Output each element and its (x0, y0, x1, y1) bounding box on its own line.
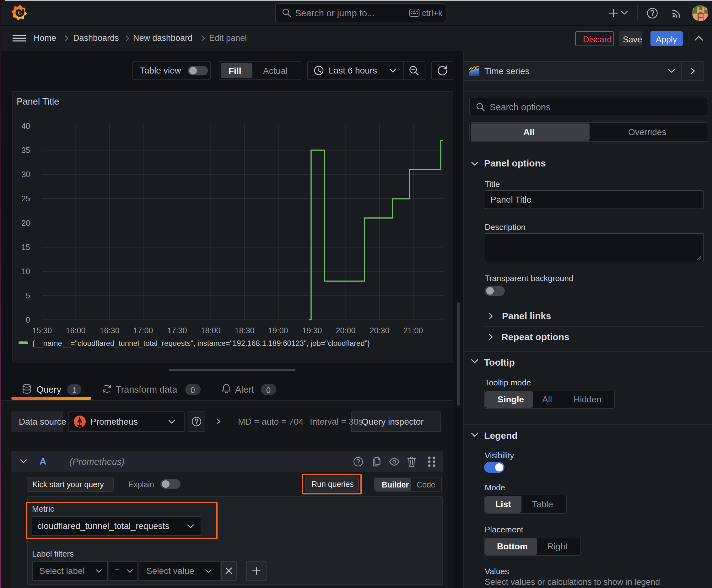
svg-text:16:30: 16:30 (100, 326, 120, 335)
svg-text:35: 35 (21, 146, 30, 154)
svg-text:40: 40 (21, 122, 30, 130)
svg-text:20:30: 20:30 (370, 326, 390, 335)
svg-text:15: 15 (21, 243, 30, 252)
svg-text:10: 10 (21, 267, 30, 276)
svg-text:20: 20 (21, 218, 30, 227)
svg-text:20:00: 20:00 (336, 326, 356, 335)
svg-text:25: 25 (21, 194, 30, 203)
svg-text:18:00: 18:00 (201, 326, 221, 335)
svg-text:15:30: 15:30 (33, 326, 52, 335)
svg-text:17:00: 17:00 (133, 326, 153, 335)
svg-text:30: 30 (21, 170, 30, 179)
svg-text:19:30: 19:30 (302, 326, 322, 335)
svg-text:21:00: 21:00 (404, 326, 423, 335)
svg-text:16:00: 16:00 (66, 326, 86, 335)
svg-text:19:00: 19:00 (268, 326, 288, 335)
svg-text:18:30: 18:30 (235, 326, 255, 335)
svg-text:17:30: 17:30 (167, 326, 187, 335)
svg-text:{__name__="cloudflared_tunnel_: {__name__="cloudflared_tunnel_total_requ… (33, 339, 370, 348)
svg-text:5: 5 (26, 291, 30, 300)
svg-text:0: 0 (26, 315, 30, 324)
